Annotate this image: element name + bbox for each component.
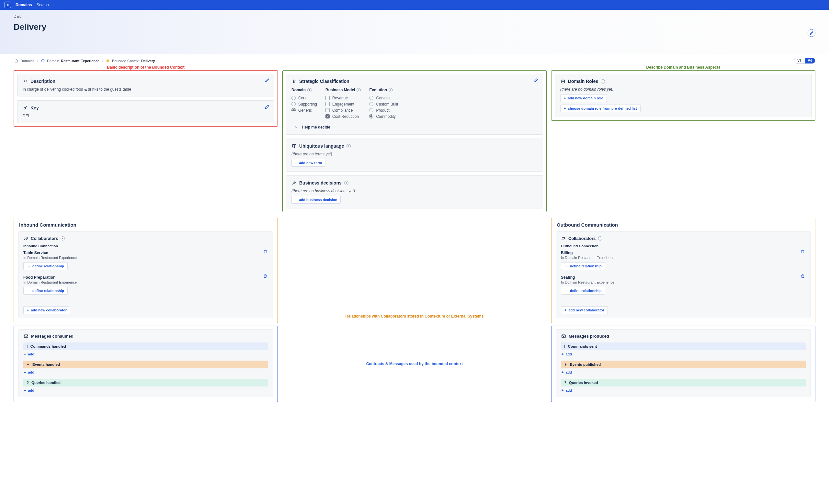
tile-icon <box>105 58 110 64</box>
outbound-group: Outbound Communication Collaborators i O… <box>551 218 816 323</box>
define-relationship-button[interactable]: →define relationship <box>23 262 68 270</box>
strategic-title: Strategic Classification <box>299 79 350 84</box>
info-icon[interactable]: i <box>347 144 351 148</box>
svg-point-4 <box>27 237 28 238</box>
breadcrumb-context[interactable]: Bounded Context Delivery <box>105 58 155 64</box>
add-command-sent-button[interactable]: +add <box>561 350 573 357</box>
messages-produced-title: Messages produced <box>569 334 609 339</box>
nav-search-link[interactable]: Search <box>37 3 49 7</box>
svg-point-5 <box>562 237 564 238</box>
messages-produced-card: Messages produced ! Commands sent +add E… <box>556 329 810 397</box>
envelope-icon <box>23 334 29 339</box>
add-term-button[interactable]: +add new term <box>291 159 325 167</box>
events-handled-header: Events handled <box>23 361 268 369</box>
strategic-group: Strategic Classification Domaini Core Su… <box>282 70 547 212</box>
annotation-collaborators: Relationships with Collaborators stored … <box>346 314 484 318</box>
key-icon <box>23 105 28 110</box>
choose-role-button[interactable]: +choose domain role from pre-defined lis… <box>560 105 641 112</box>
strategic-evo-custom[interactable]: Custom Built <box>369 101 398 107</box>
info-icon[interactable]: i <box>598 236 602 240</box>
cube-icon <box>40 58 45 64</box>
strategic-bm-cost[interactable]: ✓Cost Reduction <box>325 113 361 119</box>
info-icon[interactable]: i <box>601 79 605 83</box>
info-icon[interactable]: i <box>307 88 312 92</box>
strategic-bm-engagement[interactable]: Engagement <box>325 101 361 107</box>
define-relationship-button[interactable]: →define relationship <box>561 262 605 270</box>
version-v4[interactable]: V4 <box>805 58 815 64</box>
version-toggle[interactable]: V3 V4 <box>794 57 816 64</box>
home-icon <box>13 58 19 64</box>
info-icon[interactable]: i <box>357 88 361 92</box>
bizdec-title: Business decisions <box>299 180 341 186</box>
description-title: Description <box>30 79 56 84</box>
info-icon[interactable]: i <box>344 181 349 185</box>
svg-rect-0 <box>107 60 109 62</box>
outbound-collaborators-card: Collaborators i Outbound Connection Bill… <box>556 231 810 318</box>
add-bizdec-button[interactable]: +add business decision <box>291 196 341 204</box>
brand-logo[interactable]: c <box>4 2 11 8</box>
nav-domains-link[interactable]: Domains <box>15 3 32 7</box>
add-command-handled-button[interactable]: +add <box>23 350 35 357</box>
delete-collaborator-button[interactable] <box>263 249 268 255</box>
edit-description-button[interactable] <box>264 77 270 83</box>
queries-handled-header: ? Queries handled <box>23 379 268 387</box>
help-me-decide-button[interactable]: Help me decide <box>291 125 538 130</box>
add-query-handled-button[interactable]: +add <box>23 387 35 393</box>
exclamation-icon: ! <box>564 344 566 348</box>
bolt-icon <box>564 362 567 366</box>
version-v3[interactable]: V3 <box>794 58 805 64</box>
outbound-collaborator-item: Seating In Domain Restaurant Experience … <box>561 273 806 297</box>
top-navbar: c Domains Search <box>0 0 829 10</box>
question-icon: ? <box>564 381 566 385</box>
domain-roles-card: Domain Roles i (there are no domain role… <box>555 74 812 117</box>
add-role-button[interactable]: +add new domain role <box>560 94 607 102</box>
svg-rect-8 <box>562 335 565 338</box>
strategic-bm-revenue[interactable]: Revenue <box>325 95 361 101</box>
strategic-evo-product[interactable]: Product <box>369 107 398 113</box>
delete-collaborator-button[interactable] <box>800 249 806 255</box>
edit-page-button[interactable] <box>807 29 816 37</box>
add-event-published-button[interactable]: +add <box>561 369 573 375</box>
breadcrumb-domain[interactable]: Domain Restaurant Experience <box>40 58 99 64</box>
roles-icon <box>560 79 566 84</box>
add-inbound-collaborator-button[interactable]: +add new collaborator <box>23 306 70 314</box>
messages-consumed-title: Messages consumed <box>31 334 73 339</box>
define-relationship-button[interactable]: →define relationship <box>23 287 68 295</box>
bounded-context-code: DEL <box>13 14 816 19</box>
edit-strategic-button[interactable] <box>533 77 539 83</box>
page-title: Delivery <box>13 22 816 32</box>
pencil-icon <box>809 30 814 36</box>
strategic-domain-generic[interactable]: Generic <box>291 107 317 113</box>
delete-collaborator-button[interactable] <box>263 274 268 279</box>
strategic-bm-column: Business Modeli Revenue Engagement Compl… <box>325 88 361 119</box>
inbound-collaborators-card: Collaborators i Inbound Connection Table… <box>19 231 273 318</box>
add-query-invoked-button[interactable]: +add <box>561 387 573 393</box>
ubiquitous-card: Ubiquitous language i (there are no term… <box>286 139 543 171</box>
add-event-handled-button[interactable]: +add <box>23 369 35 375</box>
strategic-domain-supporting[interactable]: Supporting <box>291 101 317 107</box>
edit-key-button[interactable] <box>264 104 270 110</box>
info-icon[interactable]: i <box>389 88 393 92</box>
define-relationship-button[interactable]: →define relationship <box>561 287 605 295</box>
bizdec-empty: (there are no business decisions yet) <box>291 189 538 193</box>
strategic-evo-column: Evolutioni Genesis Custom Built Product … <box>369 88 398 119</box>
inbound-collaborator-item: Table Service In Domain Restaurant Exper… <box>23 248 268 273</box>
annotation-contracts: Contracts & Messages used by the bounded… <box>366 361 463 366</box>
annotation-basic: Basic description of the Bounded Context <box>13 65 278 70</box>
key-title: Key <box>30 105 39 110</box>
annotation-aspects: Describe Domain and Business Aspects <box>551 65 816 70</box>
roles-empty: (there are no domain roles yet) <box>560 87 806 91</box>
strategic-domain-core[interactable]: Core <box>291 95 317 101</box>
envelope-out-icon <box>561 334 566 339</box>
delete-collaborator-button[interactable] <box>800 274 806 279</box>
breadcrumb-home[interactable]: Domains <box>13 58 34 64</box>
domain-roles-group: Domain Roles i (there are no domain role… <box>551 70 816 121</box>
chevron-right-icon: › <box>102 59 103 63</box>
info-icon[interactable]: i <box>61 236 65 240</box>
outbound-connection-label: Outbound Connection <box>561 244 806 248</box>
strategic-bm-compliance[interactable]: Compliance <box>325 107 361 113</box>
strategic-evo-genesis[interactable]: Genesis <box>369 95 398 101</box>
outbound-title: Outbound Communication <box>551 218 815 230</box>
strategic-evo-commodity[interactable]: Commodity <box>369 113 398 119</box>
add-outbound-collaborator-button[interactable]: +add new collaborator <box>561 306 608 314</box>
